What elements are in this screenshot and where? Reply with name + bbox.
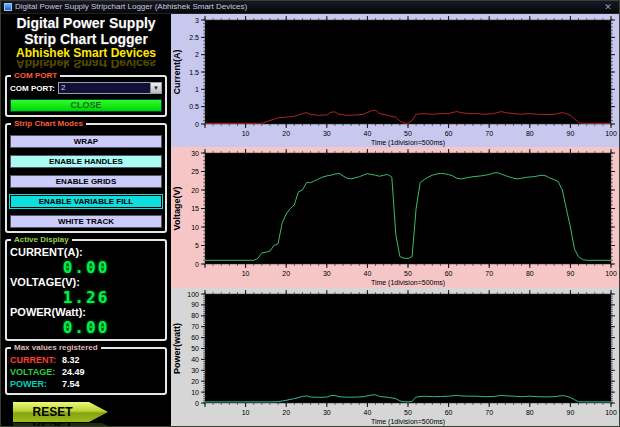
voltage-chart-svg: 051015202530102030405060708090100Time (1…	[171, 147, 619, 287]
x-tick-label: 20	[282, 409, 290, 416]
y-axis-title: Voltage(V)	[172, 187, 182, 231]
chevron-down-icon[interactable]: ▼	[150, 83, 161, 93]
reset-button[interactable]: RESET	[13, 402, 108, 422]
y-tick-label: 0	[195, 399, 199, 406]
y-tick-label: 70	[191, 323, 199, 330]
x-tick-label: 80	[526, 270, 534, 277]
reset-button-stack: RESET RESET	[13, 402, 167, 426]
x-tick-label: 40	[364, 409, 372, 416]
max-current-value: 8.32	[62, 354, 80, 366]
y-tick-label: 3	[195, 17, 199, 24]
x-tick-label: 40	[364, 270, 372, 277]
charts-column: 00.511.522.53102030405060708090100Time (…	[171, 14, 619, 426]
x-tick-label: 50	[404, 130, 412, 137]
x-tick-label: 60	[445, 130, 453, 137]
y-tick-label: 40	[191, 356, 199, 363]
x-tick-label: 100	[605, 409, 617, 416]
y-axis-title: Power(watt)	[172, 323, 182, 374]
x-tick-label: 70	[485, 270, 493, 277]
mode-white-track-button[interactable]: WHITE TRACK	[10, 215, 162, 228]
y-tick-label: 0	[195, 121, 199, 128]
x-tick-label: 90	[567, 270, 575, 277]
x-tick-label: 20	[282, 270, 290, 277]
mode-wrap-button[interactable]: WRAP	[10, 135, 162, 148]
com-port-field-label: COM PORT:	[10, 84, 55, 93]
app-title-line2: Strip Chart Logger	[5, 31, 167, 47]
com-close-button[interactable]: CLOSE	[10, 99, 162, 112]
y-tick-label: 0	[195, 261, 199, 268]
y-tick-label: 50	[191, 345, 199, 352]
y-tick-label: 2	[195, 51, 199, 58]
mode-enable-handles-button[interactable]: ENABLE HANDLES	[10, 155, 162, 168]
x-tick-label: 50	[404, 270, 412, 277]
brand-name: Abhishek Smart Devices	[5, 47, 167, 60]
x-axis-title: Time (1division=500ms)	[371, 279, 445, 287]
mode-enable-variable-fill-button[interactable]: ENABLE VARIABLE FILL	[10, 195, 162, 208]
y-tick-label: 1	[195, 86, 199, 93]
x-tick-label: 100	[605, 130, 617, 137]
y-tick-label: 1.5	[189, 69, 199, 76]
voltage-value: 1.26	[10, 289, 162, 306]
max-power-value: 7.54	[62, 378, 80, 390]
app-title-line1: Digital Power Supply	[5, 15, 167, 31]
x-tick-label: 10	[242, 270, 250, 277]
window-title: Digital Power Supply Stripchart Logger (…	[15, 3, 597, 11]
max-voltage-value: 24.49	[62, 366, 85, 378]
max-values-group: Max values registered CURRENT: 8.32 VOLT…	[5, 347, 167, 395]
x-tick-label: 30	[323, 270, 331, 277]
x-tick-label: 90	[567, 130, 575, 137]
x-tick-label: 70	[485, 409, 493, 416]
main-area: Digital Power Supply Strip Chart Logger …	[1, 14, 619, 426]
y-tick-label: 20	[191, 187, 199, 194]
y-tick-label: 30	[191, 366, 199, 373]
y-tick-label: 30	[191, 150, 199, 157]
app-icon	[4, 3, 12, 11]
x-tick-label: 40	[364, 130, 372, 137]
x-tick-label: 60	[445, 270, 453, 277]
x-tick-label: 100	[605, 270, 617, 277]
reset-button-reflection: RESET	[13, 423, 108, 426]
app-header: Digital Power Supply Strip Chart Logger …	[5, 15, 167, 69]
x-tick-label: 20	[282, 130, 290, 137]
x-tick-label: 80	[526, 409, 534, 416]
y-tick-label: 20	[191, 377, 199, 384]
x-axis-title: Time (1division=500ms)	[371, 139, 445, 147]
x-tick-label: 90	[567, 409, 575, 416]
current-chart-svg: 00.511.522.53102030405060708090100Time (…	[171, 14, 619, 147]
mode-enable-grids-button[interactable]: ENABLE GRIDS	[10, 175, 162, 188]
y-tick-label: 0.5	[189, 103, 199, 110]
com-port-selected-value: 2	[59, 83, 150, 93]
y-tick-label: 80	[191, 312, 199, 319]
com-port-group: COM PORT COM PORT: 2 ▼ CLOSE	[5, 75, 167, 117]
y-axis-title: Current(A)	[172, 50, 182, 95]
active-display-label: Active Display	[11, 235, 72, 245]
x-tick-label: 30	[323, 130, 331, 137]
brand-name-reflection: Abhishek Smart Devices	[5, 60, 167, 69]
y-tick-label: 100	[187, 290, 199, 297]
app-window: Digital Power Supply Stripchart Logger (…	[0, 0, 620, 427]
power-value: 0.00	[10, 319, 162, 336]
y-tick-label: 5	[195, 242, 199, 249]
x-axis-title: Time (1division=500ms)	[371, 418, 445, 426]
x-tick-label: 70	[485, 130, 493, 137]
x-tick-label: 60	[445, 409, 453, 416]
y-tick-label: 90	[191, 301, 199, 308]
current-value: 0.00	[10, 259, 162, 276]
y-tick-label: 2.5	[189, 34, 199, 41]
window-close-icon[interactable]: ✕	[600, 3, 616, 12]
max-power-label: POWER:	[10, 378, 62, 390]
title-bar: Digital Power Supply Stripchart Logger (…	[1, 1, 619, 14]
voltage-chart: 051015202530102030405060708090100Time (1…	[171, 147, 619, 287]
active-display-group: Active Display CURRENT(A): 0.00 VOLTAGE(…	[5, 239, 167, 341]
current-chart: 00.511.522.53102030405060708090100Time (…	[171, 14, 619, 147]
y-tick-label: 15	[191, 205, 199, 212]
y-tick-label: 25	[191, 168, 199, 175]
com-port-select[interactable]: 2 ▼	[58, 82, 162, 94]
x-tick-label: 30	[323, 409, 331, 416]
x-tick-label: 10	[242, 409, 250, 416]
y-tick-label: 10	[191, 388, 199, 395]
control-panel: Digital Power Supply Strip Chart Logger …	[1, 14, 171, 426]
power-chart-svg: 0102030405060708090100102030405060708090…	[171, 288, 619, 426]
max-current-row: CURRENT: 8.32	[10, 354, 162, 366]
x-tick-label: 80	[526, 130, 534, 137]
